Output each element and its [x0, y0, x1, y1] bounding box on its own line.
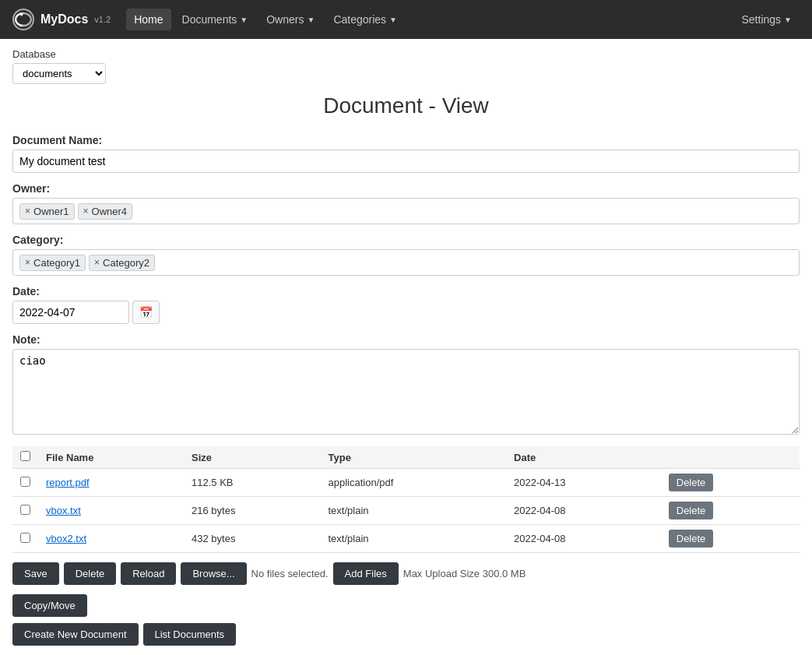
row-size-cell: 112.5 KB — [184, 469, 320, 497]
row-type-cell: text/plain — [321, 497, 507, 525]
row-checkbox-1[interactable] — [20, 505, 30, 515]
calendar-icon: 📅 — [139, 306, 153, 319]
row-date-cell: 2022-04-13 — [506, 469, 661, 497]
table-row: report.pdf 112.5 KB application/pdf 2022… — [12, 469, 800, 497]
date-group: Date: 📅 — [12, 285, 800, 324]
navbar: MyDocsv1.2 Home Documents ▼ Owners ▼ Cat… — [0, 0, 812, 39]
nav-home[interactable]: Home — [126, 9, 170, 30]
nav-links: Home Documents ▼ Owners ▼ Categories ▼ — [126, 9, 733, 30]
header-date: Date — [506, 446, 661, 469]
note-group: Note: ciao — [12, 333, 800, 437]
table-header-row: File Name Size Type Date — [12, 446, 800, 469]
owner-group: Owner: × Owner1 × Owner4 — [12, 182, 800, 224]
row-type-cell: text/plain — [321, 525, 507, 553]
row-delete-cell: Delete — [661, 525, 800, 553]
categories-caret-icon: ▼ — [389, 16, 397, 24]
main-content: Database documents Document - View Docum… — [0, 39, 812, 655]
row-delete-cell: Delete — [661, 497, 800, 525]
owners-caret-icon: ▼ — [307, 16, 315, 24]
row-filename-cell: report.pdf — [38, 469, 184, 497]
header-checkbox-col — [12, 446, 38, 469]
reload-button[interactable]: Reload — [121, 562, 176, 585]
row-delete-button-0[interactable]: Delete — [669, 474, 714, 491]
note-textarea[interactable]: ciao — [12, 349, 800, 435]
row-checkbox-cell — [12, 525, 38, 553]
row-filename-cell: vbox.txt — [38, 497, 184, 525]
save-button[interactable]: Save — [12, 562, 59, 585]
create-new-document-button[interactable]: Create New Document — [12, 623, 139, 646]
owner4-remove-icon[interactable]: × — [83, 206, 89, 217]
row-date-cell: 2022-04-08 — [506, 525, 661, 553]
action-bar: Save Delete Reload Browse... No files se… — [12, 562, 800, 585]
calendar-button[interactable]: 📅 — [132, 301, 160, 324]
row-checkbox-cell — [12, 469, 38, 497]
document-name-label: Document Name: — [12, 134, 800, 146]
category-label: Category: — [12, 234, 800, 246]
document-name-group: Document Name: — [12, 134, 800, 173]
app-version: v1.2 — [94, 15, 111, 24]
database-select[interactable]: documents — [12, 63, 106, 84]
row-delete-button-2[interactable]: Delete — [669, 530, 714, 548]
file-table: File Name Size Type Date report.pdf 112.… — [12, 446, 800, 553]
app-brand: MyDocsv1.2 — [12, 9, 111, 30]
owner-tags-container[interactable]: × Owner1 × Owner4 — [12, 198, 800, 224]
copy-move-button[interactable]: Copy/Move — [12, 594, 87, 617]
cat2-remove-icon[interactable]: × — [94, 257, 100, 268]
settings-caret-icon: ▼ — [784, 16, 792, 24]
table-row: vbox.txt 216 bytes text/plain 2022-04-08… — [12, 497, 800, 525]
file-link-0[interactable]: report.pdf — [46, 477, 90, 488]
database-section: Database documents — [12, 48, 800, 84]
row-size-cell: 216 bytes — [184, 497, 320, 525]
delete-button[interactable]: Delete — [64, 562, 117, 585]
date-input[interactable] — [12, 301, 129, 324]
row-filename-cell: vbox2.txt — [38, 525, 184, 553]
cat1-remove-icon[interactable]: × — [25, 257, 30, 268]
row-checkbox-cell — [12, 497, 38, 525]
owner-tag-owner1: × Owner1 — [19, 203, 75, 220]
table-row: vbox2.txt 432 bytes text/plain 2022-04-0… — [12, 525, 800, 553]
nav-categories[interactable]: Categories ▼ — [325, 9, 405, 30]
page-title: Document - View — [12, 93, 800, 118]
header-type: Type — [321, 446, 507, 469]
select-all-checkbox[interactable] — [20, 451, 30, 461]
bottom-bar-2: Create New Document List Documents — [12, 623, 800, 646]
date-label: Date: — [12, 285, 800, 298]
file-link-2[interactable]: vbox2.txt — [46, 533, 86, 544]
row-delete-button-1[interactable]: Delete — [669, 502, 714, 519]
note-label: Note: — [12, 333, 800, 346]
file-link-1[interactable]: vbox.txt — [46, 505, 81, 516]
header-size: Size — [184, 446, 320, 469]
row-checkbox-2[interactable] — [20, 533, 30, 543]
category-tag-cat2: × Category2 — [89, 255, 155, 271]
database-label: Database — [12, 48, 800, 60]
row-date-cell: 2022-04-08 — [506, 497, 661, 525]
owner-label: Owner: — [12, 182, 800, 195]
list-documents-button[interactable]: List Documents — [143, 623, 237, 646]
add-files-button[interactable]: Add Files — [333, 562, 399, 585]
owner1-remove-icon[interactable]: × — [25, 206, 30, 217]
row-delete-cell: Delete — [661, 469, 800, 497]
max-upload-text: Max Upload Size 300.0 MB — [403, 568, 526, 579]
owner-tag-owner4: × Owner4 — [78, 203, 133, 220]
bottom-bar: Copy/Move — [12, 594, 800, 617]
category-tags-container[interactable]: × Category1 × Category2 — [12, 249, 800, 276]
documents-caret-icon: ▼ — [240, 16, 248, 24]
category-group: Category: × Category1 × Category2 — [12, 234, 800, 276]
row-type-cell: application/pdf — [321, 469, 507, 497]
navbar-right: Settings ▼ — [734, 9, 800, 30]
app-logo-icon — [12, 9, 34, 30]
category-tag-cat1: × Category1 — [19, 255, 86, 271]
no-files-text: No files selected. — [251, 568, 329, 579]
date-input-wrapper: 📅 — [12, 301, 800, 324]
nav-owners[interactable]: Owners ▼ — [258, 9, 322, 30]
row-checkbox-0[interactable] — [20, 477, 30, 487]
document-name-input[interactable] — [12, 150, 800, 173]
nav-settings[interactable]: Settings ▼ — [734, 9, 800, 30]
app-name: MyDocs — [40, 12, 88, 26]
header-filename: File Name — [38, 446, 184, 469]
row-size-cell: 432 bytes — [184, 525, 320, 553]
browse-button[interactable]: Browse... — [181, 562, 246, 585]
header-actions — [661, 446, 800, 469]
nav-documents[interactable]: Documents ▼ — [174, 9, 256, 30]
